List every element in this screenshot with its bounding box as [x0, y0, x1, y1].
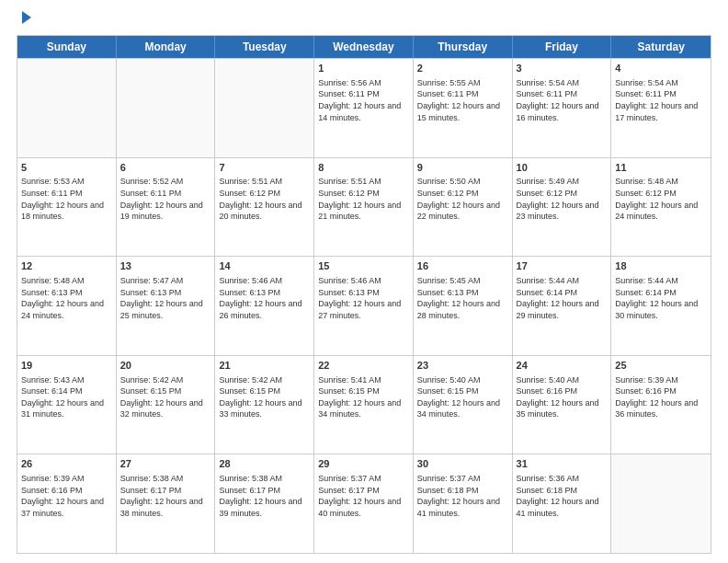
calendar-cell: 21Sunrise: 5:42 AM Sunset: 6:15 PM Dayli…	[215, 356, 314, 454]
calendar-row-4: 26Sunrise: 5:39 AM Sunset: 6:16 PM Dayli…	[17, 454, 711, 553]
day-number: 10	[517, 161, 608, 175]
calendar-header-row: SundayMondayTuesdayWednesdayThursdayFrid…	[17, 36, 711, 58]
day-info: Sunrise: 5:40 AM Sunset: 6:16 PM Dayligh…	[517, 374, 608, 420]
day-number: 3	[517, 62, 608, 75]
day-number: 14	[219, 259, 310, 273]
calendar-row-0: 1Sunrise: 5:56 AM Sunset: 6:11 PM Daylig…	[17, 58, 711, 157]
day-number: 19	[21, 359, 112, 373]
day-number: 28	[219, 457, 310, 471]
header-cell-tuesday: Tuesday	[215, 36, 314, 58]
calendar-cell: 22Sunrise: 5:41 AM Sunset: 6:15 PM Dayli…	[314, 356, 414, 454]
day-info: Sunrise: 5:42 AM Sunset: 6:15 PM Dayligh…	[120, 374, 211, 420]
day-info: Sunrise: 5:51 AM Sunset: 6:12 PM Dayligh…	[219, 176, 310, 222]
calendar-cell: 1Sunrise: 5:56 AM Sunset: 6:11 PM Daylig…	[314, 59, 414, 157]
day-number: 18	[615, 259, 707, 273]
header-cell-sunday: Sunday	[17, 36, 117, 58]
calendar-cell: 7Sunrise: 5:51 AM Sunset: 6:12 PM Daylig…	[215, 158, 314, 257]
calendar-cell: 13Sunrise: 5:47 AM Sunset: 6:13 PM Dayli…	[117, 257, 216, 355]
logo-icon	[18, 9, 35, 26]
calendar-row-3: 19Sunrise: 5:43 AM Sunset: 6:14 PM Dayli…	[17, 355, 711, 454]
day-info: Sunrise: 5:49 AM Sunset: 6:12 PM Dayligh…	[517, 176, 608, 222]
day-info: Sunrise: 5:41 AM Sunset: 6:15 PM Dayligh…	[318, 374, 409, 420]
day-number: 25	[615, 359, 707, 373]
day-info: Sunrise: 5:55 AM Sunset: 6:11 PM Dayligh…	[417, 77, 508, 123]
header	[17, 9, 711, 28]
day-number: 11	[615, 161, 707, 175]
calendar-cell: 6Sunrise: 5:52 AM Sunset: 6:11 PM Daylig…	[117, 158, 216, 257]
calendar-row-2: 12Sunrise: 5:48 AM Sunset: 6:13 PM Dayli…	[17, 256, 711, 355]
calendar-cell: 29Sunrise: 5:37 AM Sunset: 6:17 PM Dayli…	[314, 454, 414, 553]
day-number: 26	[21, 457, 112, 471]
calendar-cell: 18Sunrise: 5:44 AM Sunset: 6:14 PM Dayli…	[611, 257, 711, 355]
calendar-cell: 3Sunrise: 5:54 AM Sunset: 6:11 PM Daylig…	[513, 59, 612, 157]
day-number: 6	[120, 161, 211, 175]
calendar-cell: 28Sunrise: 5:38 AM Sunset: 6:17 PM Dayli…	[215, 454, 314, 553]
calendar-cell: 30Sunrise: 5:37 AM Sunset: 6:18 PM Dayli…	[414, 454, 513, 553]
calendar-cell: 10Sunrise: 5:49 AM Sunset: 6:12 PM Dayli…	[513, 158, 612, 257]
day-number: 1	[318, 62, 409, 75]
header-cell-thursday: Thursday	[414, 36, 513, 58]
day-info: Sunrise: 5:46 AM Sunset: 6:13 PM Dayligh…	[219, 275, 310, 321]
calendar-cell: 4Sunrise: 5:54 AM Sunset: 6:11 PM Daylig…	[611, 59, 711, 157]
day-number: 13	[120, 259, 211, 273]
day-number: 2	[417, 62, 508, 75]
day-info: Sunrise: 5:39 AM Sunset: 6:16 PM Dayligh…	[615, 374, 707, 420]
day-info: Sunrise: 5:48 AM Sunset: 6:12 PM Dayligh…	[615, 176, 707, 222]
calendar-cell: 23Sunrise: 5:40 AM Sunset: 6:15 PM Dayli…	[414, 356, 513, 454]
day-number: 8	[318, 161, 409, 175]
calendar-cell: 31Sunrise: 5:36 AM Sunset: 6:18 PM Dayli…	[513, 454, 612, 553]
day-info: Sunrise: 5:42 AM Sunset: 6:15 PM Dayligh…	[219, 374, 310, 420]
calendar-cell: 8Sunrise: 5:51 AM Sunset: 6:12 PM Daylig…	[314, 158, 414, 257]
day-info: Sunrise: 5:53 AM Sunset: 6:11 PM Dayligh…	[21, 176, 112, 222]
day-number: 15	[318, 259, 409, 273]
day-info: Sunrise: 5:56 AM Sunset: 6:11 PM Dayligh…	[318, 77, 409, 123]
day-number: 24	[517, 359, 608, 373]
calendar-cell: 11Sunrise: 5:48 AM Sunset: 6:12 PM Dayli…	[611, 158, 711, 257]
day-info: Sunrise: 5:44 AM Sunset: 6:14 PM Dayligh…	[615, 275, 707, 321]
calendar-cell	[215, 59, 314, 157]
day-info: Sunrise: 5:45 AM Sunset: 6:13 PM Dayligh…	[417, 275, 508, 321]
header-cell-wednesday: Wednesday	[314, 36, 414, 58]
day-number: 17	[517, 259, 608, 273]
calendar-cell: 9Sunrise: 5:50 AM Sunset: 6:12 PM Daylig…	[414, 158, 513, 257]
calendar-body: 1Sunrise: 5:56 AM Sunset: 6:11 PM Daylig…	[17, 58, 711, 553]
page: SundayMondayTuesdayWednesdayThursdayFrid…	[0, 0, 728, 563]
calendar-cell: 17Sunrise: 5:44 AM Sunset: 6:14 PM Dayli…	[513, 257, 612, 355]
calendar-cell: 27Sunrise: 5:38 AM Sunset: 6:17 PM Dayli…	[117, 454, 216, 553]
day-info: Sunrise: 5:51 AM Sunset: 6:12 PM Dayligh…	[318, 176, 409, 222]
header-cell-friday: Friday	[513, 36, 612, 58]
calendar-cell: 20Sunrise: 5:42 AM Sunset: 6:15 PM Dayli…	[117, 356, 216, 454]
day-number: 23	[417, 359, 508, 373]
calendar-cell: 26Sunrise: 5:39 AM Sunset: 6:16 PM Dayli…	[17, 454, 117, 553]
calendar-cell: 24Sunrise: 5:40 AM Sunset: 6:16 PM Dayli…	[513, 356, 612, 454]
day-number: 31	[517, 457, 608, 471]
day-info: Sunrise: 5:43 AM Sunset: 6:14 PM Dayligh…	[21, 374, 112, 420]
calendar-row-1: 5Sunrise: 5:53 AM Sunset: 6:11 PM Daylig…	[17, 157, 711, 257]
calendar-cell	[611, 454, 711, 553]
day-info: Sunrise: 5:36 AM Sunset: 6:18 PM Dayligh…	[517, 473, 608, 519]
day-info: Sunrise: 5:46 AM Sunset: 6:13 PM Dayligh…	[318, 275, 409, 321]
day-number: 21	[219, 359, 310, 373]
day-number: 30	[417, 457, 508, 471]
day-number: 22	[318, 359, 409, 373]
calendar-cell	[17, 59, 117, 157]
day-info: Sunrise: 5:54 AM Sunset: 6:11 PM Dayligh…	[517, 77, 608, 123]
day-info: Sunrise: 5:39 AM Sunset: 6:16 PM Dayligh…	[21, 473, 112, 519]
logo	[17, 9, 35, 28]
day-info: Sunrise: 5:37 AM Sunset: 6:17 PM Dayligh…	[318, 473, 409, 519]
day-number: 9	[417, 161, 508, 175]
day-info: Sunrise: 5:44 AM Sunset: 6:14 PM Dayligh…	[517, 275, 608, 321]
day-info: Sunrise: 5:40 AM Sunset: 6:15 PM Dayligh…	[417, 374, 508, 420]
calendar-cell: 16Sunrise: 5:45 AM Sunset: 6:13 PM Dayli…	[414, 257, 513, 355]
header-cell-monday: Monday	[117, 36, 216, 58]
day-info: Sunrise: 5:54 AM Sunset: 6:11 PM Dayligh…	[615, 77, 707, 123]
day-number: 12	[21, 259, 112, 273]
calendar-cell: 25Sunrise: 5:39 AM Sunset: 6:16 PM Dayli…	[611, 356, 711, 454]
day-info: Sunrise: 5:47 AM Sunset: 6:13 PM Dayligh…	[120, 275, 211, 321]
day-number: 5	[21, 161, 112, 175]
day-number: 7	[219, 161, 310, 175]
header-cell-saturday: Saturday	[611, 36, 711, 58]
calendar-cell: 2Sunrise: 5:55 AM Sunset: 6:11 PM Daylig…	[414, 59, 513, 157]
day-info: Sunrise: 5:38 AM Sunset: 6:17 PM Dayligh…	[219, 473, 310, 519]
day-info: Sunrise: 5:48 AM Sunset: 6:13 PM Dayligh…	[21, 275, 112, 321]
